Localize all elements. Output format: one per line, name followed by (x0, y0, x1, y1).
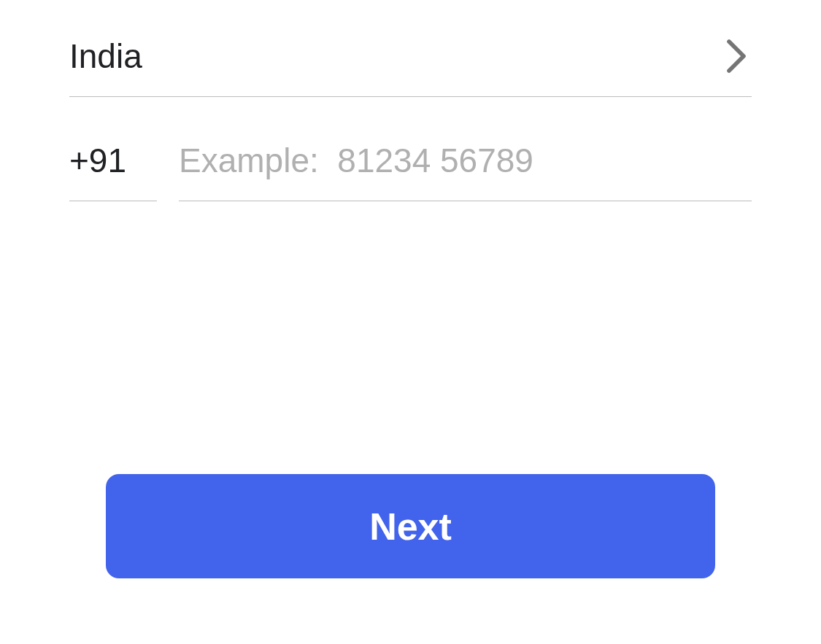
phone-input-row: +91 (69, 141, 752, 201)
chevron-right-icon (725, 38, 752, 74)
country-code-field[interactable]: +91 (69, 141, 157, 201)
next-button[interactable]: Next (106, 474, 715, 578)
country-selected-label: India (69, 36, 142, 76)
phone-entry-screen: India +91 Next (0, 0, 821, 644)
phone-number-input[interactable] (179, 141, 752, 201)
country-selector[interactable]: India (69, 36, 752, 97)
